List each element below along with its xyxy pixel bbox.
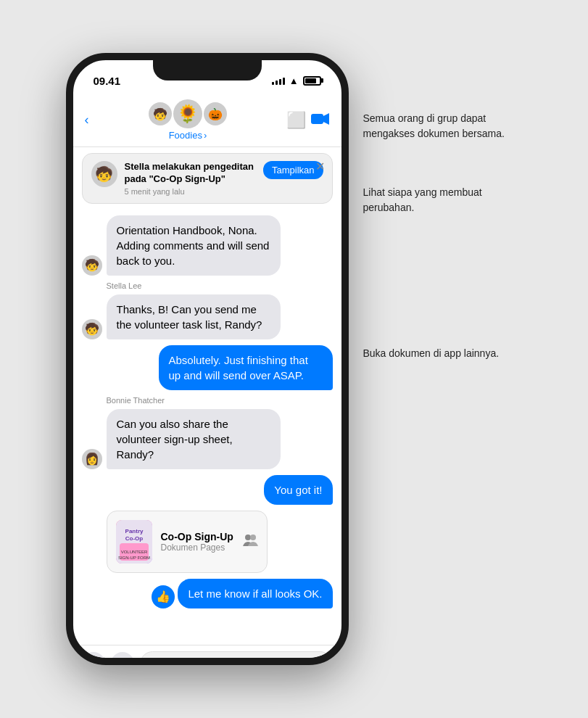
annotation-1-text: Semua orang di grup dapat mengakses doku…: [363, 111, 523, 141]
signal-bar-3: [279, 79, 281, 85]
phone-frame: 09.41 ▲ ‹ 🧒: [66, 53, 349, 665]
doc-thumbnail: Pantry Co-Op VOLUNTEER SIGN-UP FORM: [116, 520, 152, 564]
annotation-3-text: Buka dokumen di app lainnya.: [363, 346, 523, 361]
notif-time: 5 menit yang lalu: [125, 187, 256, 196]
message-row-3: Absolutely. Just finishing that up and w…: [82, 345, 333, 390]
msg-avatar-2: 🧒: [82, 319, 102, 339]
message-input-wrap[interactable]: iMessage 🎤: [140, 651, 333, 665]
doc-type: Dokumen Pages: [161, 542, 233, 553]
apps-button[interactable]: ⊞: [111, 652, 134, 665]
msg-avatar-4: 👩: [82, 449, 102, 469]
svg-text:VOLUNTEER: VOLUNTEER: [120, 550, 147, 554]
svg-text:Pantry: Pantry: [125, 528, 143, 535]
signal-bar-4: [283, 78, 285, 85]
svg-point-9: [250, 535, 256, 540]
header: ‹ 🧒 🌻 🎃 Foodies › ⬜: [73, 95, 341, 147]
doc-info: Co-Op Sign-Up Dokumen Pages: [161, 531, 233, 553]
message-row-1: 🧒 Orientation Handbook, Nona. Adding com…: [82, 215, 333, 276]
chevron-left-icon: ‹: [85, 112, 89, 128]
svg-rect-0: [311, 114, 323, 124]
message-row-doc: Pantry Co-Op VOLUNTEER SIGN-UP FORM Co-O…: [82, 511, 333, 573]
avatar-member-1: 🧒: [149, 102, 172, 125]
input-bar: 📷 ⊞ iMessage 🎤: [73, 645, 341, 665]
notif-show-button[interactable]: Tampilkan: [263, 161, 323, 179]
svg-text:Co-Op: Co-Op: [125, 535, 143, 542]
camera-button[interactable]: 📷: [82, 652, 105, 665]
notif-content: Stella melakukan pengeditan pada "Co-Op …: [125, 161, 256, 196]
wifi-icon: ▲: [289, 75, 299, 86]
mic-button[interactable]: 🎤: [310, 657, 325, 665]
status-icons: ▲: [272, 75, 321, 86]
battery-icon: [303, 76, 321, 86]
signal-bars-icon: [272, 76, 285, 85]
annotation-2: Lihat siapa yang membuat perubahan.: [363, 185, 523, 215]
doc-share-icon[interactable]: [242, 532, 258, 551]
video-icon: ⬜: [286, 111, 306, 129]
messages-area: 🧒 Orientation Handbook, Nona. Adding com…: [73, 210, 341, 645]
msg-bubble-7[interactable]: Let me know if all looks OK.: [178, 579, 332, 608]
svg-text:SIGN-UP FORM: SIGN-UP FORM: [117, 556, 149, 560]
message-row-5: You got it!: [82, 475, 333, 505]
sender-name-bonnie: Bonnie Thatcher: [107, 396, 333, 405]
message-input-placeholder: iMessage: [151, 658, 197, 665]
people-icon: [242, 532, 258, 548]
avatar-member-3: 🎃: [204, 102, 227, 125]
annotations-panel: Semua orang di grup dapat mengakses doku…: [363, 53, 523, 361]
video-call-button[interactable]: ⬜: [286, 111, 329, 130]
document-card[interactable]: Pantry Co-Op VOLUNTEER SIGN-UP FORM Co-O…: [107, 511, 268, 573]
doc-title: Co-Op Sign-Up: [161, 531, 233, 542]
annotation-2-text: Lihat siapa yang membuat perubahan.: [363, 185, 523, 215]
annotation-3: Buka dokumen di app lainnya.: [363, 346, 523, 361]
status-time: 09.41: [94, 75, 121, 87]
svg-point-8: [245, 535, 251, 540]
battery-fill: [305, 78, 316, 83]
message-row-4: 👩 Can you also share the volunteer sign-…: [82, 409, 333, 469]
svg-marker-1: [323, 113, 329, 125]
notification-banner: 🧒 Stella melakukan pengeditan pada "Co-O…: [82, 153, 333, 204]
annotation-1: Semua orang di grup dapat mengakses doku…: [363, 111, 523, 141]
msg-bubble-1[interactable]: Orientation Handbook, Nona. Adding comme…: [107, 215, 281, 276]
notif-title: Stella melakukan pengeditan pada "Co-Op …: [125, 161, 256, 186]
signal-bar-2: [276, 81, 278, 85]
sender-name-stella: Stella Lee: [107, 281, 333, 290]
avatar-member-2: 🌻: [173, 99, 202, 128]
message-row-7: 👍 Let me know if all looks OK.: [82, 579, 333, 608]
back-button[interactable]: ‹: [85, 112, 89, 128]
msg-bubble-2[interactable]: Thanks, B! Can you send me the volunteer…: [107, 294, 281, 339]
msg-bubble-4[interactable]: Can you also share the volunteer sign-up…: [107, 409, 281, 469]
msg-bubble-5[interactable]: You got it!: [264, 475, 332, 505]
messages-list: 🧒 Orientation Handbook, Nona. Adding com…: [73, 210, 341, 645]
notif-avatar: 🧒: [91, 161, 117, 187]
camera-icon: 📷: [86, 657, 101, 665]
signal-bar-1: [272, 82, 274, 85]
reaction-thumbsup: 👍: [152, 585, 175, 608]
group-avatars: 🧒 🌻 🎃: [149, 99, 227, 128]
apps-icon: ⊞: [118, 658, 127, 665]
doc-cover-image: Pantry Co-Op VOLUNTEER SIGN-UP FORM: [116, 520, 152, 564]
msg-bubble-3[interactable]: Absolutely. Just finishing that up and w…: [159, 345, 333, 390]
notif-close-button[interactable]: ✕: [315, 160, 325, 173]
facetime-icon: [311, 112, 330, 125]
msg-avatar-1: 🧒: [82, 255, 102, 276]
group-info[interactable]: 🧒 🌻 🎃 Foodies ›: [149, 99, 227, 141]
notch: [153, 60, 262, 81]
group-name[interactable]: Foodies ›: [169, 130, 207, 141]
message-row-2: 🧒 Thanks, B! Can you send me the volunte…: [82, 294, 333, 339]
